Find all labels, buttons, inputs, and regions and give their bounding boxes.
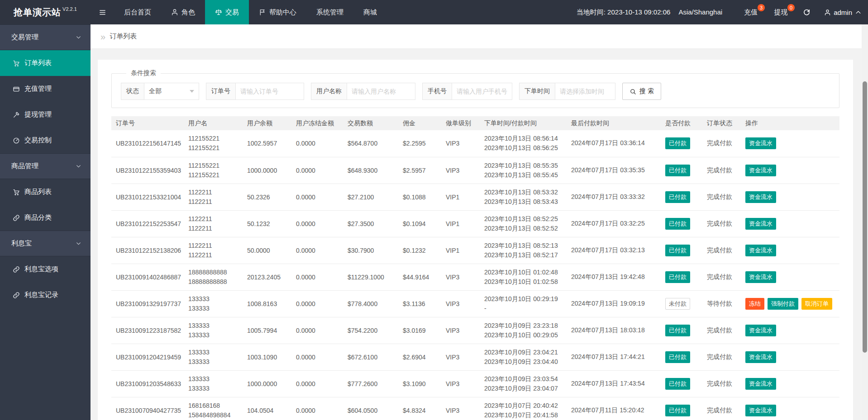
- fund-flow-button[interactable]: 资金流水: [745, 405, 776, 416]
- orders-table: 订单号用户名用户余额用户冻结金额交易数额佣金做单级别下单时间/付款时间最后付款时…: [111, 116, 839, 420]
- fund-flow-button[interactable]: 资金流水: [745, 325, 776, 336]
- payment-badge: 已付款: [665, 191, 690, 203]
- cell-paid: 已付款: [661, 237, 702, 264]
- sidebar-item-goods-category[interactable]: 商品分类: [0, 205, 91, 231]
- sidebar-item-goods-list[interactable]: 商品列表: [0, 179, 91, 205]
- sidebar-item-interest-records[interactable]: 利息宝记录: [0, 282, 91, 308]
- sidebar-group-label: 商品管理: [11, 162, 38, 170]
- cell-level: VIP3: [441, 157, 480, 184]
- cell-amount: $11229.1000: [343, 264, 398, 290]
- main-area: » 订单列表 条件搜索 状态全部订单号用户名称手机号下单时间 搜 索 订单号用户…: [91, 24, 868, 420]
- cell-paid: 已付款: [661, 264, 702, 290]
- sidebar-item-order-list[interactable]: 订单列表: [0, 50, 91, 76]
- recharge-link[interactable]: 充值 3: [744, 8, 758, 17]
- cell-paid: 已付款: [661, 157, 702, 184]
- sidebar-group-goods-management[interactable]: 商品管理: [0, 153, 91, 179]
- cell-username: 11222111122211: [184, 210, 243, 237]
- user-menu[interactable]: admin: [824, 9, 862, 16]
- nav-item-label: 系统管理: [316, 8, 343, 17]
- sidebar-item-withdraw-management[interactable]: 提现管理: [0, 102, 91, 127]
- filter-label: 订单号: [206, 83, 235, 100]
- cell-balance: 50.2326: [243, 184, 291, 210]
- cell-last-pay-time: 2024年07月17日 03:33:32: [567, 184, 661, 210]
- cell-commission: $2.2595: [398, 130, 441, 157]
- filter-input-order-time[interactable]: [555, 83, 615, 100]
- nav-item-system[interactable]: 系统管理: [306, 0, 353, 24]
- cell-balance: 50.0000: [243, 237, 291, 264]
- table-row: UB23101221522535471122211112221150.12320…: [111, 210, 839, 237]
- cell-order-no: UB2310091402486887: [111, 264, 184, 290]
- table-row: UB23100709404277351681681681584848988841…: [111, 397, 839, 420]
- cell-order-time: 2023年10月13日 08:55:352023年10月13日 08:55:45: [480, 157, 567, 184]
- cell-commission: $0.1232: [398, 237, 441, 264]
- cell-frozen: 0.0000: [291, 130, 343, 157]
- cell-balance: 1002.5957: [243, 130, 291, 157]
- cell-username: 168168168158484898884: [184, 397, 243, 420]
- nav-item-home[interactable]: 后台首页: [114, 0, 161, 24]
- local-time: 当地时间: 2023-10-13 09:02:06 Asia/Shanghai: [577, 8, 722, 17]
- sidebar-item-trade-control[interactable]: 交易控制: [0, 127, 91, 153]
- sidebar-group-label: 交易管理: [11, 33, 38, 42]
- fund-flow-button[interactable]: 资金流水: [745, 165, 776, 176]
- sidebar-item-recharge-management[interactable]: 充值管理: [0, 76, 91, 102]
- menu-icon: [99, 9, 106, 16]
- cell-frozen: 0.0000: [291, 370, 343, 397]
- filter-input-username[interactable]: [347, 83, 415, 100]
- search-icon: [630, 88, 636, 95]
- cell-amount: $30.7900: [343, 237, 398, 264]
- card-icon: [13, 85, 20, 93]
- sidebar-toggle-button[interactable]: [91, 0, 114, 24]
- filter-input-order-no[interactable]: [235, 83, 304, 100]
- column-header: 用户余额: [243, 116, 291, 130]
- cell-order-status: 完成付款: [702, 264, 741, 290]
- payment-badge: 已付款: [665, 325, 690, 336]
- cell-frozen: 0.0000: [291, 397, 343, 420]
- nav-item-help-center[interactable]: 帮助中心: [249, 0, 306, 24]
- freeze-button[interactable]: 冻结: [745, 298, 764, 310]
- payment-badge: 已付款: [665, 271, 690, 283]
- cancel-order-button[interactable]: 取消订单: [801, 298, 832, 310]
- cell-paid: 已付款: [661, 210, 702, 237]
- scrollbar-thumb[interactable]: [863, 81, 867, 353]
- search-button[interactable]: 搜 索: [622, 83, 661, 100]
- refresh-button[interactable]: [803, 9, 811, 16]
- fund-flow-button[interactable]: 资金流水: [745, 137, 776, 149]
- cell-paid: 已付款: [661, 370, 702, 397]
- fund-flow-button[interactable]: 资金流水: [745, 351, 776, 363]
- top-navbar: 抢单演示站 V2.2.1 后台首页角色交易帮助中心系统管理商城 当地时间: 20…: [0, 0, 868, 24]
- link-icon: [13, 292, 20, 299]
- fund-flow-button[interactable]: 资金流水: [745, 191, 776, 203]
- cell-amount: $778.4000: [343, 290, 398, 317]
- cell-commission: $3.0169: [398, 317, 441, 344]
- cell-order-time: 2023年10月09日 23:04:212023年10月09日 23:04:40: [480, 344, 567, 370]
- nav-item-mall[interactable]: 商城: [353, 0, 387, 24]
- cell-actions: 资金流水: [741, 317, 839, 344]
- sidebar-group-trade-management[interactable]: 交易管理: [0, 24, 91, 50]
- cell-order-no: UB2310122156147145: [111, 130, 184, 157]
- vertical-scrollbar[interactable]: [862, 24, 868, 420]
- sidebar-item-label: 交易控制: [24, 136, 52, 145]
- cell-level: VIP3: [441, 317, 480, 344]
- cell-last-pay-time: 2024年07月13日 17:44:21: [567, 344, 661, 370]
- nav-item-trade[interactable]: 交易: [205, 0, 249, 24]
- force-pay-button[interactable]: 强制付款: [768, 298, 798, 310]
- cell-balance: 104.0504: [243, 397, 291, 420]
- nav-item-roles[interactable]: 角色: [161, 0, 205, 24]
- fund-flow-button[interactable]: 资金流水: [745, 245, 776, 256]
- fund-flow-button[interactable]: 资金流水: [745, 271, 776, 283]
- chevron-down-icon: [190, 90, 194, 93]
- cell-last-pay-time: 2024年07月17日 03:35:35: [567, 157, 661, 184]
- filter-select-status[interactable]: 全部: [144, 83, 199, 100]
- table-row: UB23101221553594031121552211121552211000…: [111, 157, 839, 184]
- fund-flow-button[interactable]: 资金流水: [745, 378, 776, 390]
- filter-input-phone[interactable]: [452, 83, 512, 100]
- cell-level: VIP1: [441, 237, 480, 264]
- fund-flow-button[interactable]: 资金流水: [745, 218, 776, 230]
- cell-order-status: 完成付款: [702, 344, 741, 370]
- withdraw-link[interactable]: 提现 0: [774, 8, 787, 17]
- sidebar-item-interest-options[interactable]: 利息宝选项: [0, 256, 91, 282]
- column-header: 订单状态: [702, 116, 741, 130]
- cell-last-pay-time: 2024年07月13日 19:09:19: [567, 290, 661, 317]
- cell-actions: 资金流水: [741, 184, 839, 210]
- sidebar-group-interest-treasure[interactable]: 利息宝: [0, 231, 91, 256]
